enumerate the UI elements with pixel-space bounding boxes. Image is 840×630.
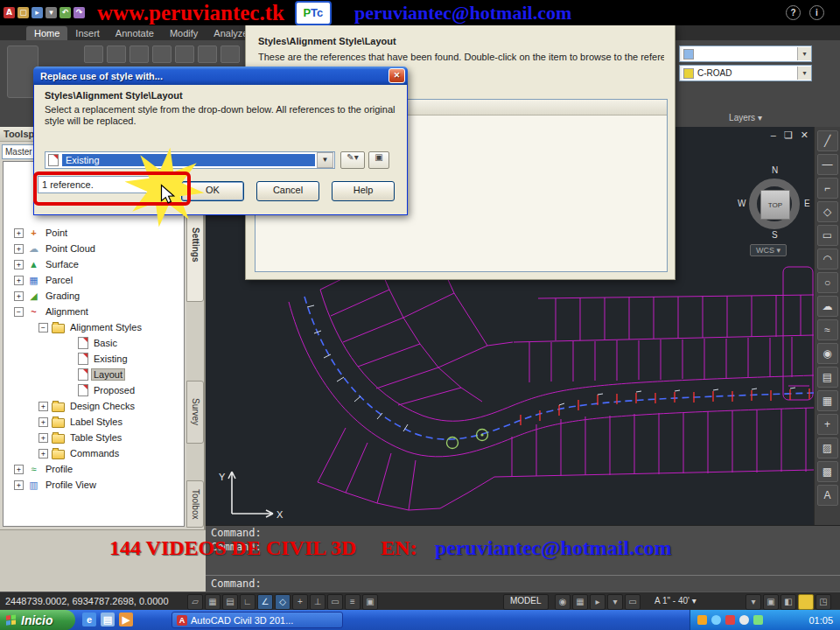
info-icon[interactable]: i: [809, 5, 824, 20]
gradient-icon[interactable]: ▩: [817, 461, 838, 482]
pick-style-button[interactable]: ▣: [368, 151, 389, 169]
object-track-icon[interactable]: +: [292, 594, 308, 610]
hatch-icon[interactable]: ▨: [817, 438, 838, 458]
ribbon-tool-icon[interactable]: [152, 46, 172, 63]
create-block-icon[interactable]: ▦: [817, 390, 838, 411]
construction-line-icon[interactable]: —: [817, 154, 838, 175]
minimize-icon[interactable]: –: [771, 130, 776, 141]
show-desktop-icon[interactable]: ▤: [101, 612, 115, 626]
compass-north[interactable]: N: [772, 165, 778, 175]
messenger-tray-icon[interactable]: [753, 615, 763, 625]
clock[interactable]: 01:05: [808, 615, 833, 626]
internet-explorer-icon[interactable]: e: [82, 612, 96, 626]
layer-state-combo[interactable]: ▾: [679, 46, 812, 62]
tree-item-alignment[interactable]: −~Alignment: [4, 304, 184, 319]
tree-item-point[interactable]: ++Point: [4, 225, 184, 241]
tree-item-design-checks[interactable]: +Design Checks: [4, 398, 184, 414]
undo-icon[interactable]: ↶: [60, 7, 71, 18]
arc-icon[interactable]: ◠: [817, 248, 838, 270]
chevron-down-icon[interactable]: ▾: [797, 66, 811, 80]
model-space-button[interactable]: MODEL: [503, 594, 549, 610]
volume-tray-icon[interactable]: [739, 615, 749, 625]
tree-item-commands[interactable]: +Commands: [4, 445, 184, 461]
toolspace-tab-survey[interactable]: Survey: [186, 381, 204, 444]
show-motion-icon[interactable]: ▾: [607, 594, 623, 610]
steering-wheel-icon[interactable]: ▸: [590, 594, 606, 610]
polygon-icon[interactable]: ◇: [817, 201, 838, 222]
ribbon-tab-insert[interactable]: Insert: [67, 26, 108, 40]
rectangle-icon[interactable]: ▭: [817, 225, 838, 246]
ribbon-tool-icon[interactable]: [198, 46, 217, 63]
insert-block-icon[interactable]: ▤: [817, 367, 838, 388]
tree-item-surface[interactable]: +▲Surface: [4, 256, 184, 272]
grid-icon[interactable]: ▤: [222, 594, 238, 610]
annotation-scale-button[interactable]: A 1" - 40' ▾: [654, 596, 696, 606]
lineweight-icon[interactable]: ≡: [345, 594, 360, 610]
save-icon[interactable]: ▾: [46, 7, 57, 18]
ribbon-tab-home[interactable]: Home: [26, 26, 67, 40]
open-icon[interactable]: ▸: [32, 7, 43, 18]
workspace-switch-icon[interactable]: ▾: [746, 594, 761, 610]
polar-tracking-icon[interactable]: ∠: [257, 594, 273, 610]
ribbon-tool-icon[interactable]: [84, 46, 103, 63]
hardware-accel-icon[interactable]: ◧: [780, 594, 796, 610]
tree-item-parcel[interactable]: +▦Parcel: [4, 272, 184, 288]
polyline-icon[interactable]: ⌐: [817, 178, 838, 199]
point-icon[interactable]: +: [817, 414, 838, 435]
tree-item-proposed[interactable]: Proposed: [4, 382, 184, 398]
restore-icon[interactable]: ❏: [784, 130, 793, 141]
revision-cloud-icon[interactable]: ☁: [817, 296, 838, 317]
viewcube-top-face[interactable]: TOP: [760, 190, 790, 220]
ribbon-tab-annotate[interactable]: Annotate: [108, 26, 162, 40]
ribbon-tool-icon[interactable]: [175, 46, 194, 63]
lock-ui-icon[interactable]: ▣: [763, 594, 779, 610]
toolspace-tab-toolbox[interactable]: Toolbox: [186, 480, 204, 528]
snap-icon[interactable]: ▦: [205, 594, 220, 610]
media-player-icon[interactable]: ▶: [119, 612, 133, 626]
collapse-icon[interactable]: −: [14, 307, 24, 317]
ortho-icon[interactable]: ∟: [240, 594, 256, 610]
dynamic-input-icon[interactable]: ▭: [327, 594, 343, 610]
autocad-logo-icon[interactable]: A: [4, 7, 15, 18]
cleanscreen-icon[interactable]: ◳: [816, 594, 831, 610]
annotation-monitor-icon[interactable]: [798, 594, 814, 610]
tree-item-existing[interactable]: Existing: [4, 351, 184, 367]
pan-icon[interactable]: ▭: [625, 594, 640, 610]
tree-item-alignment-styles[interactable]: −Alignment Styles: [4, 319, 184, 335]
tree-item-layout[interactable]: Layout: [4, 367, 184, 382]
ribbon-tool-icon[interactable]: [130, 46, 149, 63]
compass-east[interactable]: E: [804, 199, 810, 208]
expand-icon[interactable]: +: [38, 417, 48, 427]
current-layer-combo[interactable]: C-ROAD ▾: [679, 65, 812, 81]
edit-style-button[interactable]: ✎▾: [340, 151, 365, 169]
tree-item-profile[interactable]: +≈Profile: [4, 461, 184, 477]
redo-icon[interactable]: ↷: [74, 7, 85, 18]
layers-panel-title[interactable]: Layers ▾: [676, 113, 816, 122]
ribbon-tool-icon[interactable]: [107, 46, 126, 63]
tree-item-grading[interactable]: +◢Grading: [4, 288, 184, 304]
taskbar-item-autocad[interactable]: A AutoCAD Civil 3D 201...: [172, 612, 343, 628]
ducs-icon[interactable]: ⊥: [310, 594, 326, 610]
start-button[interactable]: Inicio: [0, 610, 75, 630]
expand-icon[interactable]: +: [14, 480, 24, 490]
new-icon[interactable]: ▢: [18, 7, 29, 18]
close-icon[interactable]: ✕: [801, 130, 808, 141]
expand-icon[interactable]: +: [38, 433, 48, 443]
tree-item-point-cloud[interactable]: +☁Point Cloud: [4, 241, 184, 256]
update-tray-icon[interactable]: [697, 615, 707, 625]
quick-view-drawings-icon[interactable]: ▦: [572, 594, 588, 610]
view-compass[interactable]: N E S W TOP: [738, 167, 811, 241]
help-icon[interactable]: ?: [786, 5, 801, 20]
expand-icon[interactable]: +: [14, 465, 24, 474]
expand-icon[interactable]: +: [14, 244, 24, 254]
circle-icon[interactable]: ○: [817, 272, 838, 293]
network-tray-icon[interactable]: [711, 615, 721, 625]
wcs-menu[interactable]: WCS ▾: [750, 244, 787, 256]
expand-icon[interactable]: +: [14, 276, 24, 285]
text-icon[interactable]: A: [817, 485, 838, 506]
close-icon[interactable]: ✕: [388, 68, 405, 83]
collapse-icon[interactable]: −: [38, 323, 48, 332]
expand-icon[interactable]: +: [14, 291, 24, 301]
ribbon-tool-icon[interactable]: [220, 46, 240, 63]
ellipse-icon[interactable]: ◉: [817, 343, 838, 364]
